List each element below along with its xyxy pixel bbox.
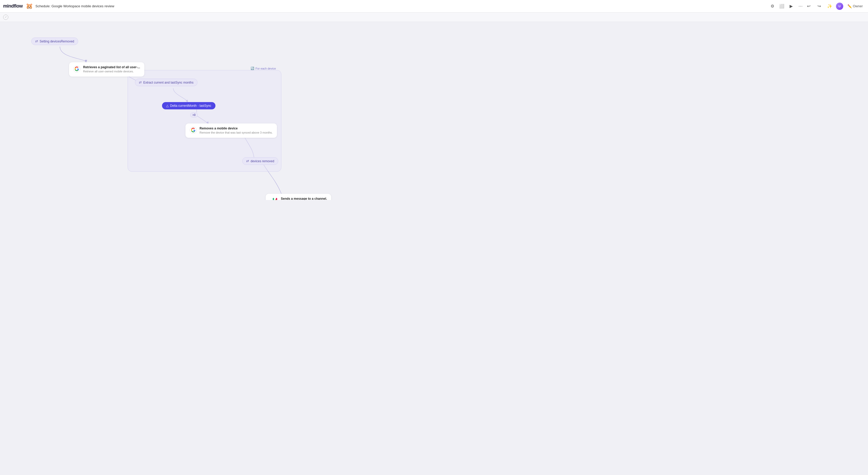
condition-badge[interactable]: >3 xyxy=(190,113,198,118)
mascot-icon: 🐹 xyxy=(26,3,33,10)
google-icon-2 xyxy=(190,127,197,134)
retrieves-node-content: Retrieves a paginated list of all user-.… xyxy=(83,65,140,73)
devices-removed-icon: ⇄ xyxy=(246,159,249,163)
delta-icon: △ xyxy=(166,104,168,107)
foreach-label: 🔄 For each device xyxy=(251,67,276,70)
logo: mindflow xyxy=(3,3,23,9)
retrieves-node[interactable]: Retrieves a paginated list of all user-.… xyxy=(69,62,144,76)
extract-icon: ⇄ xyxy=(139,81,142,84)
svg-rect-4 xyxy=(273,198,274,200)
svg-rect-8 xyxy=(276,198,277,200)
slack-node-content: Sends a message to a channel. Post the f… xyxy=(281,197,327,200)
removes-node-content: Removes a mobile device Remove the devic… xyxy=(199,127,273,135)
google-icon xyxy=(73,65,81,73)
repeat-icon: 🔄 xyxy=(251,67,254,70)
removes-node[interactable]: Removes a mobile device Remove the devic… xyxy=(185,123,277,138)
delta-node[interactable]: △ Delta currentMonth - lastSync xyxy=(162,102,215,109)
devices-removed-node[interactable]: ⇄ devices removed xyxy=(242,157,278,165)
slack-node[interactable]: Sends a message to a channel. Post the f… xyxy=(266,194,331,200)
extract-node[interactable]: ⇄ Extract current and lastSync months xyxy=(135,78,197,86)
variable-icon: ⇄ xyxy=(35,39,38,43)
setting-devices-removed-node[interactable]: ⇄ Setting devicesRemoved xyxy=(31,37,78,45)
slack-icon xyxy=(270,197,278,200)
canvas: 🔄 For each device ⇄ Setting devicesRemov… xyxy=(0,22,356,200)
statusbar: ✓ xyxy=(0,12,356,22)
check-icon: ✓ xyxy=(3,14,8,20)
page-title: Schedule: Google Workspace mobile device… xyxy=(35,4,356,8)
topbar: mindflow 🐹 Schedule: Google Workspace mo… xyxy=(0,0,356,12)
